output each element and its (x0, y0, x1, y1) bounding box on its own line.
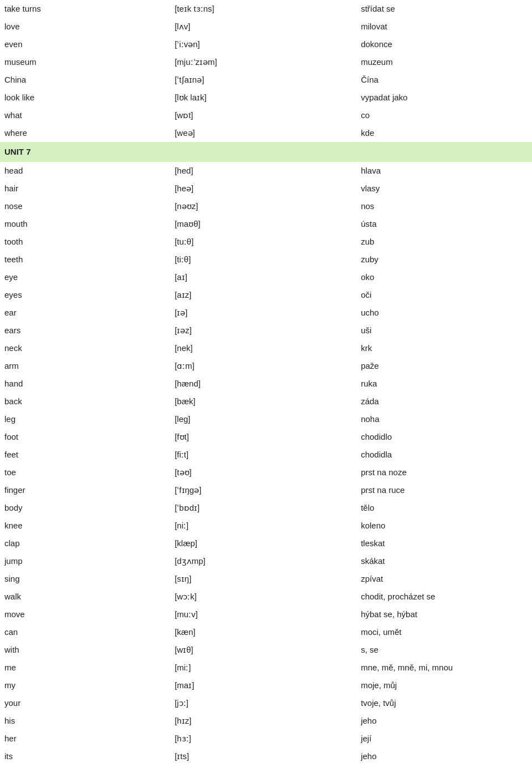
table-row: her[hɜː]její (0, 730, 532, 748)
word-cell: jump (0, 552, 170, 570)
phonetic-cell: [nəʊz] (170, 197, 356, 215)
table-row: me[miː]mne, mě, mně, mi, mnou (0, 659, 532, 677)
phonetic-cell: [muːv] (170, 606, 356, 623)
phonetic-cell: [bæk] (170, 393, 356, 410)
table-row: mouth[maʊθ]ústa (0, 215, 532, 233)
unit-header-row: UNIT 7 (0, 142, 532, 162)
phonetic-cell: [lʊk laɪk] (170, 89, 356, 106)
phonetic-cell: [ˈtʃaɪnə] (170, 71, 356, 89)
word-cell: where (0, 124, 170, 142)
table-row: look like[lʊk laɪk]vypadat jako (0, 89, 532, 106)
phonetic-cell: [təʊ] (170, 464, 356, 481)
table-row: nose[nəʊz]nos (0, 197, 532, 215)
table-row: take turns[teɪk tɜːns]střídat se (0, 0, 532, 18)
translation-cell: ruka (356, 375, 532, 393)
translation-cell: záda (356, 393, 532, 410)
phonetic-cell: [mjuːˈzɪəm] (170, 53, 356, 71)
phonetic-cell: [jɔː] (170, 694, 356, 712)
phonetic-cell: [weə] (170, 124, 356, 142)
translation-cell: chodidlo (356, 428, 532, 446)
phonetic-cell: [maɪ] (170, 677, 356, 694)
translation-cell: vlasy (356, 180, 532, 197)
table-row: even[ˈiːvən]dokonce (0, 35, 532, 53)
table-row: its[ɪts]jeho (0, 748, 532, 765)
phonetic-cell: [sɪŋ] (170, 570, 356, 588)
phonetic-cell: [ˈiːvən] (170, 35, 356, 53)
word-cell: teeth (0, 251, 170, 268)
word-cell: with (0, 641, 170, 659)
table-row: feet[fiːt]chodidla (0, 446, 532, 464)
translation-cell: tleskat (356, 535, 532, 552)
translation-cell: moci, umět (356, 623, 532, 641)
table-row: ears[ɪəz]uši (0, 322, 532, 339)
translation-cell: oko (356, 268, 532, 286)
word-cell: take turns (0, 0, 170, 18)
table-row: eyes[aɪz]oči (0, 286, 532, 304)
table-row: knee[niː]koleno (0, 517, 532, 535)
translation-cell: hlava (356, 162, 532, 180)
phonetic-cell: [aɪz] (170, 286, 356, 304)
translation-cell: prst na noze (356, 464, 532, 481)
table-row: toe[təʊ]prst na noze (0, 464, 532, 481)
word-cell: leg (0, 410, 170, 428)
table-row: my[maɪ]moje, můj (0, 677, 532, 694)
table-row: jump[dʒʌmp]skákat (0, 552, 532, 570)
phonetic-cell: [ɪə] (170, 304, 356, 322)
translation-cell: střídat se (356, 0, 532, 18)
table-row: sing[sɪŋ]zpívat (0, 570, 532, 588)
translation-cell: jeho (356, 712, 532, 730)
table-row: arm[ɑːm]paže (0, 357, 532, 375)
table-row: hair[heə]vlasy (0, 180, 532, 197)
phonetic-cell: [fʊt] (170, 428, 356, 446)
table-row: teeth[tiːθ]zuby (0, 251, 532, 268)
translation-cell: noha (356, 410, 532, 428)
translation-cell: chodit, procházet se (356, 588, 532, 606)
table-row: can[kæn]moci, umět (0, 623, 532, 641)
word-cell: eye (0, 268, 170, 286)
phonetic-cell: [nek] (170, 339, 356, 357)
word-cell: its (0, 748, 170, 765)
translation-cell: tvoje, tvůj (356, 694, 532, 712)
word-cell: eyes (0, 286, 170, 304)
translation-cell: skákat (356, 552, 532, 570)
translation-cell: zuby (356, 251, 532, 268)
phonetic-cell: [kæn] (170, 623, 356, 641)
phonetic-cell: [hed] (170, 162, 356, 180)
table-row: move[muːv]hýbat se, hýbat (0, 606, 532, 623)
phonetic-cell: [ˈfɪŋgə] (170, 481, 356, 499)
word-cell: your (0, 694, 170, 712)
word-cell: ear (0, 304, 170, 322)
phonetic-cell: [ɑːm] (170, 357, 356, 375)
translation-cell: zpívat (356, 570, 532, 588)
word-cell: mouth (0, 215, 170, 233)
word-cell: back (0, 393, 170, 410)
phonetic-cell: [hɜː] (170, 730, 356, 748)
table-row: China[ˈtʃaɪnə]Čína (0, 71, 532, 89)
translation-cell: prst na ruce (356, 481, 532, 499)
table-row: museum[mjuːˈzɪəm]muzeum (0, 53, 532, 71)
word-cell: what (0, 106, 170, 124)
word-cell: foot (0, 428, 170, 446)
translation-cell: koleno (356, 517, 532, 535)
word-cell: his (0, 712, 170, 730)
word-cell: look like (0, 89, 170, 106)
vocabulary-table: take turns[teɪk tɜːns]střídat selove[lʌv… (0, 0, 532, 765)
word-cell: China (0, 71, 170, 89)
phonetic-cell: [ɪəz] (170, 322, 356, 339)
table-row: leg[leg]noha (0, 410, 532, 428)
translation-cell: jeho (356, 748, 532, 765)
translation-cell: její (356, 730, 532, 748)
phonetic-cell: [ˈbɒdɪ] (170, 499, 356, 517)
word-cell: tooth (0, 233, 170, 251)
phonetic-cell: [wɪθ] (170, 641, 356, 659)
translation-cell: mne, mě, mně, mi, mnou (356, 659, 532, 677)
translation-cell: Čína (356, 71, 532, 89)
table-row: with[wɪθ]s, se (0, 641, 532, 659)
phonetic-cell: [wɒt] (170, 106, 356, 124)
table-row: neck[nek]krk (0, 339, 532, 357)
table-row: finger[ˈfɪŋgə]prst na ruce (0, 481, 532, 499)
word-cell: even (0, 35, 170, 53)
word-cell: feet (0, 446, 170, 464)
translation-cell: ústa (356, 215, 532, 233)
word-cell: can (0, 623, 170, 641)
